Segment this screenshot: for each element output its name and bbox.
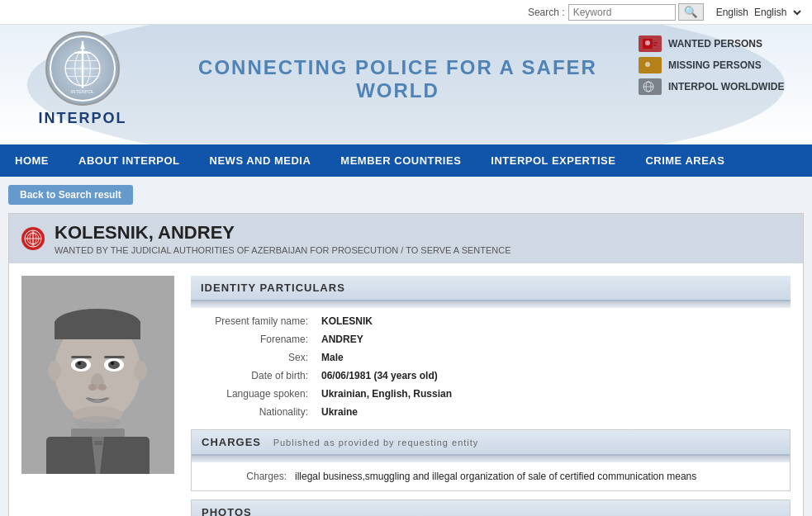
nav-crime-areas[interactable]: CRIME AREAS bbox=[630, 144, 739, 177]
language-selector: English English French Spanish Arabic bbox=[716, 6, 804, 19]
top-bar: Search : 🔍 English English French Spanis… bbox=[0, 0, 812, 25]
field-label-language: Language spoken: bbox=[191, 385, 315, 403]
search-input[interactable] bbox=[568, 4, 676, 21]
main-nav: HOME ABOUT INTERPOL NEWS AND MEDIA MEMBE… bbox=[0, 144, 812, 177]
photos-section-label: PHOTOS bbox=[202, 506, 252, 516]
nav-home[interactable]: HOME bbox=[0, 144, 64, 177]
field-label-dob: Date of birth: bbox=[191, 367, 315, 385]
interpol-badge-icon bbox=[21, 227, 45, 250]
missing-icon bbox=[639, 57, 662, 73]
field-sex: Sex: Male bbox=[191, 348, 791, 367]
person-details: IDENTITY PARTICULARS Present family name… bbox=[191, 276, 791, 516]
field-value-dob: 06/06/1981 (34 years old) bbox=[315, 367, 791, 385]
field-label-sex: Sex: bbox=[191, 348, 315, 367]
logo-area: INTERPOL INTERPOL bbox=[8, 31, 157, 127]
svg-point-35 bbox=[134, 361, 147, 381]
svg-rect-11 bbox=[653, 42, 658, 44]
charges-row: Charges: illegal business,smuggling and … bbox=[204, 471, 777, 482]
svg-rect-33 bbox=[55, 321, 140, 339]
identity-section: IDENTITY PARTICULARS Present family name… bbox=[191, 276, 791, 421]
svg-point-40 bbox=[78, 362, 81, 365]
person-header: KOLESNIK, ANDREY WANTED BY THE JUDICIAL … bbox=[9, 214, 803, 263]
svg-point-48 bbox=[74, 416, 121, 429]
field-value-nationality: Ukraine bbox=[315, 403, 791, 421]
charges-section: CHARGES Published as provided by request… bbox=[191, 429, 791, 491]
field-family-name: Present family name: KOLESNIK bbox=[191, 312, 791, 330]
identity-divider bbox=[191, 301, 791, 308]
search-button[interactable]: 🔍 bbox=[678, 3, 704, 21]
svg-rect-16 bbox=[653, 66, 657, 68]
nav-news[interactable]: NEWS AND MEDIA bbox=[195, 144, 326, 177]
nav-about[interactable]: ABOUT INTERPOL bbox=[64, 144, 195, 177]
header-right-links: WANTED PERSONS MISSING PERSONS INTERPOL … bbox=[639, 31, 804, 95]
interpol-worldwide-link[interactable]: INTERPOL WORLDWIDE bbox=[639, 78, 804, 95]
svg-rect-43 bbox=[104, 356, 125, 358]
svg-point-10 bbox=[645, 40, 650, 45]
photos-section: PHOTOS bbox=[191, 499, 791, 516]
svg-point-41 bbox=[111, 362, 114, 365]
field-value-language: Ukrainian, English, Russian bbox=[315, 385, 791, 403]
field-value-sex: Male bbox=[315, 348, 791, 367]
logo-inner: INTERPOL bbox=[50, 36, 116, 102]
charges-section-header: CHARGES Published as provided by request… bbox=[192, 430, 790, 456]
field-language: Language spoken: Ukrainian, English, Rus… bbox=[191, 385, 791, 403]
svg-point-46 bbox=[98, 384, 107, 391]
field-label-nationality: Nationality: bbox=[191, 403, 315, 421]
wanted-persons-link[interactable]: WANTED PERSONS bbox=[639, 36, 804, 52]
charges-value: illegal business,smuggling and illegal o… bbox=[295, 471, 696, 482]
site-header: INTERPOL INTERPOL CONNECTING POLICE FOR … bbox=[0, 25, 812, 144]
charges-divider bbox=[192, 456, 790, 462]
person-name-block: KOLESNIK, ANDREY WANTED BY THE JUDICIAL … bbox=[55, 222, 511, 255]
svg-point-45 bbox=[88, 384, 97, 391]
svg-rect-12 bbox=[653, 45, 657, 46]
person-subtitle: WANTED BY THE JUDICIAL AUTHORITIES OF AZ… bbox=[55, 245, 511, 255]
svg-marker-2 bbox=[80, 41, 85, 50]
field-nationality: Nationality: Ukraine bbox=[191, 403, 791, 421]
field-value-family-name: KOLESNIK bbox=[315, 312, 791, 330]
photos-section-header: PHOTOS bbox=[192, 500, 790, 516]
field-forename: Forename: ANDREY bbox=[191, 330, 791, 348]
back-to-search-button[interactable]: Back to Search result bbox=[8, 185, 133, 205]
interpol-worldwide-label: INTERPOL WORLDWIDE bbox=[668, 81, 784, 92]
language-label: English bbox=[716, 7, 748, 18]
svg-point-38 bbox=[75, 361, 87, 369]
missing-persons-link[interactable]: MISSING PERSONS bbox=[639, 57, 804, 73]
person-card: KOLESNIK, ANDREY WANTED BY THE JUDICIAL … bbox=[8, 213, 804, 516]
header-center: CONNECTING POLICE FOR A SAFER WORLD bbox=[157, 31, 639, 102]
wanted-icon bbox=[639, 36, 662, 52]
charges-section-label: CHARGES bbox=[202, 436, 261, 448]
field-value-forename: ANDREY bbox=[315, 330, 791, 348]
svg-rect-15 bbox=[653, 64, 658, 65]
wanted-persons-label: WANTED PERSONS bbox=[668, 38, 762, 50]
field-label-family-name: Present family name: bbox=[191, 312, 315, 330]
charges-label: Charges: bbox=[204, 471, 287, 482]
person-body: IDENTITY PARTICULARS Present family name… bbox=[9, 263, 803, 516]
nav-member-countries[interactable]: MEMBER COUNTRIES bbox=[325, 144, 476, 177]
field-label-forename: Forename: bbox=[191, 330, 315, 348]
logo-text: INTERPOL bbox=[38, 110, 126, 127]
tagline: CONNECTING POLICE FOR A SAFER WORLD bbox=[157, 56, 639, 102]
person-name: KOLESNIK, ANDREY bbox=[55, 222, 511, 244]
svg-point-34 bbox=[48, 361, 61, 381]
field-dob: Date of birth: 06/06/1981 (34 years old) bbox=[191, 367, 791, 385]
logo-svg: INTERPOL bbox=[58, 37, 107, 100]
content-area: Back to Search result KOLESNIK, ANDREY W… bbox=[0, 177, 812, 516]
charges-content: Charges: illegal business,smuggling and … bbox=[192, 462, 790, 490]
missing-persons-label: MISSING PERSONS bbox=[668, 59, 762, 71]
interpol-logo: INTERPOL bbox=[45, 31, 120, 106]
nav-interpol-expertise[interactable]: INTERPOL EXPERTISE bbox=[476, 144, 630, 177]
identity-section-header: IDENTITY PARTICULARS bbox=[191, 276, 791, 301]
search-label: Search : bbox=[528, 7, 565, 18]
person-photo bbox=[21, 276, 174, 474]
person-photo-area bbox=[21, 276, 174, 516]
identity-section-label: IDENTITY PARTICULARS bbox=[201, 282, 345, 294]
svg-rect-42 bbox=[71, 356, 92, 358]
svg-point-39 bbox=[108, 361, 120, 369]
svg-text:INTERPOL: INTERPOL bbox=[71, 89, 94, 94]
svg-rect-30 bbox=[94, 441, 102, 445]
worldwide-icon bbox=[639, 78, 662, 95]
identity-fields-table: Present family name: KOLESNIK Forename: … bbox=[191, 312, 791, 421]
language-dropdown[interactable]: English French Spanish Arabic bbox=[751, 6, 804, 19]
svg-point-14 bbox=[645, 62, 650, 67]
charges-published-note: Published as provided by requesting enti… bbox=[273, 438, 479, 447]
